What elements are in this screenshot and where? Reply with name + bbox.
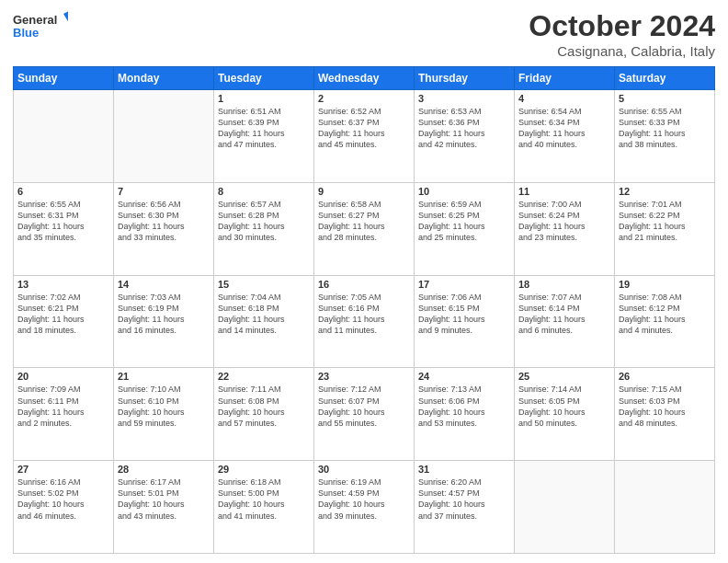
- calendar-cell-w3-d4: 16Sunrise: 7:05 AM Sunset: 6:16 PM Dayli…: [314, 275, 415, 368]
- calendar-cell-w5-d5: 31Sunrise: 6:20 AM Sunset: 4:57 PM Dayli…: [415, 461, 515, 554]
- calendar-cell-w1-d1: [14, 90, 114, 183]
- day-info: Sunrise: 7:12 AM Sunset: 6:07 PM Dayligh…: [318, 384, 410, 429]
- day-info: Sunrise: 7:08 AM Sunset: 6:12 PM Dayligh…: [619, 292, 711, 337]
- day-number: 15: [218, 279, 310, 290]
- calendar-cell-w5-d6: [515, 461, 615, 554]
- day-number: 14: [118, 279, 210, 290]
- day-number: 19: [619, 279, 711, 290]
- day-number: 30: [318, 464, 410, 475]
- calendar-cell-w5-d7: [615, 461, 715, 554]
- calendar-cell-w3-d2: 14Sunrise: 7:03 AM Sunset: 6:19 PM Dayli…: [114, 275, 214, 368]
- day-info: Sunrise: 7:01 AM Sunset: 6:22 PM Dayligh…: [619, 199, 711, 244]
- calendar-cell-w4-d1: 20Sunrise: 7:09 AM Sunset: 6:11 PM Dayli…: [14, 368, 114, 461]
- day-number: 2: [318, 93, 410, 104]
- header-wednesday: Wednesday: [314, 67, 415, 90]
- logo: General Blue: [13, 9, 68, 46]
- calendar-cell-w1-d4: 2Sunrise: 6:52 AM Sunset: 6:37 PM Daylig…: [314, 90, 415, 183]
- header: General Blue October 2024 Casignana, Cal…: [13, 9, 715, 59]
- day-number: 25: [518, 371, 610, 382]
- day-number: 27: [17, 464, 109, 475]
- day-number: 1: [218, 93, 310, 104]
- calendar-cell-w4-d5: 24Sunrise: 7:13 AM Sunset: 6:06 PM Dayli…: [415, 368, 515, 461]
- day-info: Sunrise: 6:52 AM Sunset: 6:37 PM Dayligh…: [318, 106, 410, 151]
- day-info: Sunrise: 7:09 AM Sunset: 6:11 PM Dayligh…: [17, 384, 109, 429]
- calendar-cell-w5-d4: 30Sunrise: 6:19 AM Sunset: 4:59 PM Dayli…: [314, 461, 415, 554]
- day-number: 5: [619, 93, 711, 104]
- header-sunday: Sunday: [14, 67, 114, 90]
- day-number: 16: [318, 279, 410, 290]
- calendar-cell-w2-d1: 6Sunrise: 6:55 AM Sunset: 6:31 PM Daylig…: [14, 182, 114, 275]
- day-info: Sunrise: 6:55 AM Sunset: 6:33 PM Dayligh…: [619, 106, 711, 151]
- day-info: Sunrise: 6:51 AM Sunset: 6:39 PM Dayligh…: [218, 106, 310, 151]
- calendar-cell-w1-d6: 4Sunrise: 6:54 AM Sunset: 6:34 PM Daylig…: [515, 90, 615, 183]
- day-number: 29: [218, 464, 310, 475]
- week-row-1: 1Sunrise: 6:51 AM Sunset: 6:39 PM Daylig…: [14, 90, 715, 183]
- day-info: Sunrise: 6:56 AM Sunset: 6:30 PM Dayligh…: [118, 199, 210, 244]
- day-number: 9: [318, 186, 410, 197]
- day-info: Sunrise: 7:05 AM Sunset: 6:16 PM Dayligh…: [318, 292, 410, 337]
- day-info: Sunrise: 7:04 AM Sunset: 6:18 PM Dayligh…: [218, 292, 310, 337]
- day-number: 11: [518, 186, 610, 197]
- day-info: Sunrise: 7:00 AM Sunset: 6:24 PM Dayligh…: [518, 199, 610, 244]
- day-info: Sunrise: 7:02 AM Sunset: 6:21 PM Dayligh…: [17, 292, 109, 337]
- svg-text:Blue: Blue: [13, 26, 39, 40]
- header-tuesday: Tuesday: [214, 67, 314, 90]
- calendar-cell-w5-d1: 27Sunrise: 6:16 AM Sunset: 5:02 PM Dayli…: [14, 461, 114, 554]
- day-number: 8: [218, 186, 310, 197]
- day-info: Sunrise: 7:13 AM Sunset: 6:06 PM Dayligh…: [418, 384, 510, 429]
- calendar-cell-w3-d7: 19Sunrise: 7:08 AM Sunset: 6:12 PM Dayli…: [615, 275, 715, 368]
- calendar-cell-w3-d1: 13Sunrise: 7:02 AM Sunset: 6:21 PM Dayli…: [14, 275, 114, 368]
- day-info: Sunrise: 7:15 AM Sunset: 6:03 PM Dayligh…: [619, 384, 711, 429]
- calendar-cell-w2-d4: 9Sunrise: 6:58 AM Sunset: 6:27 PM Daylig…: [314, 182, 415, 275]
- weekday-header-row: Sunday Monday Tuesday Wednesday Thursday…: [14, 67, 715, 90]
- header-friday: Friday: [515, 67, 615, 90]
- day-info: Sunrise: 7:11 AM Sunset: 6:08 PM Dayligh…: [218, 384, 310, 429]
- week-row-4: 20Sunrise: 7:09 AM Sunset: 6:11 PM Dayli…: [14, 368, 715, 461]
- svg-text:General: General: [13, 13, 57, 27]
- day-number: 20: [17, 371, 109, 382]
- calendar-cell-w3-d3: 15Sunrise: 7:04 AM Sunset: 6:18 PM Dayli…: [214, 275, 314, 368]
- header-thursday: Thursday: [415, 67, 515, 90]
- day-info: Sunrise: 7:03 AM Sunset: 6:19 PM Dayligh…: [118, 292, 210, 337]
- day-number: 13: [17, 279, 109, 290]
- day-number: 17: [418, 279, 510, 290]
- page: General Blue October 2024 Casignana, Cal…: [0, 0, 728, 563]
- calendar-cell-w2-d2: 7Sunrise: 6:56 AM Sunset: 6:30 PM Daylig…: [114, 182, 214, 275]
- calendar-cell-w1-d7: 5Sunrise: 6:55 AM Sunset: 6:33 PM Daylig…: [615, 90, 715, 183]
- header-saturday: Saturday: [615, 67, 715, 90]
- day-info: Sunrise: 7:07 AM Sunset: 6:14 PM Dayligh…: [518, 292, 610, 337]
- day-number: 22: [218, 371, 310, 382]
- day-number: 31: [418, 464, 510, 475]
- day-info: Sunrise: 6:17 AM Sunset: 5:01 PM Dayligh…: [118, 477, 210, 522]
- day-info: Sunrise: 6:20 AM Sunset: 4:57 PM Dayligh…: [418, 477, 510, 522]
- calendar-cell-w1-d2: [114, 90, 214, 183]
- day-info: Sunrise: 6:57 AM Sunset: 6:28 PM Dayligh…: [218, 199, 310, 244]
- calendar-cell-w3-d5: 17Sunrise: 7:06 AM Sunset: 6:15 PM Dayli…: [415, 275, 515, 368]
- day-info: Sunrise: 7:14 AM Sunset: 6:05 PM Dayligh…: [518, 384, 610, 429]
- day-number: 7: [118, 186, 210, 197]
- day-number: 23: [318, 371, 410, 382]
- header-monday: Monday: [114, 67, 214, 90]
- day-info: Sunrise: 6:59 AM Sunset: 6:25 PM Dayligh…: [418, 199, 510, 244]
- day-number: 24: [418, 371, 510, 382]
- logo-svg: General Blue: [13, 9, 68, 46]
- calendar-cell-w4-d4: 23Sunrise: 7:12 AM Sunset: 6:07 PM Dayli…: [314, 368, 415, 461]
- week-row-5: 27Sunrise: 6:16 AM Sunset: 5:02 PM Dayli…: [14, 461, 715, 554]
- calendar-table: Sunday Monday Tuesday Wednesday Thursday…: [13, 66, 715, 554]
- svg-marker-2: [63, 10, 68, 26]
- day-number: 6: [17, 186, 109, 197]
- calendar-cell-w2-d5: 10Sunrise: 6:59 AM Sunset: 6:25 PM Dayli…: [415, 182, 515, 275]
- calendar-cell-w3-d6: 18Sunrise: 7:07 AM Sunset: 6:14 PM Dayli…: [515, 275, 615, 368]
- day-info: Sunrise: 6:16 AM Sunset: 5:02 PM Dayligh…: [17, 477, 109, 522]
- calendar-cell-w2-d6: 11Sunrise: 7:00 AM Sunset: 6:24 PM Dayli…: [515, 182, 615, 275]
- day-info: Sunrise: 7:06 AM Sunset: 6:15 PM Dayligh…: [418, 292, 510, 337]
- day-info: Sunrise: 6:55 AM Sunset: 6:31 PM Dayligh…: [17, 199, 109, 244]
- day-info: Sunrise: 6:53 AM Sunset: 6:36 PM Dayligh…: [418, 106, 510, 151]
- day-number: 4: [518, 93, 610, 104]
- title-area: October 2024 Casignana, Calabria, Italy: [529, 9, 715, 59]
- day-number: 10: [418, 186, 510, 197]
- calendar-cell-w2-d3: 8Sunrise: 6:57 AM Sunset: 6:28 PM Daylig…: [214, 182, 314, 275]
- week-row-2: 6Sunrise: 6:55 AM Sunset: 6:31 PM Daylig…: [14, 182, 715, 275]
- day-info: Sunrise: 6:54 AM Sunset: 6:34 PM Dayligh…: [518, 106, 610, 151]
- calendar-cell-w5-d3: 29Sunrise: 6:18 AM Sunset: 5:00 PM Dayli…: [214, 461, 314, 554]
